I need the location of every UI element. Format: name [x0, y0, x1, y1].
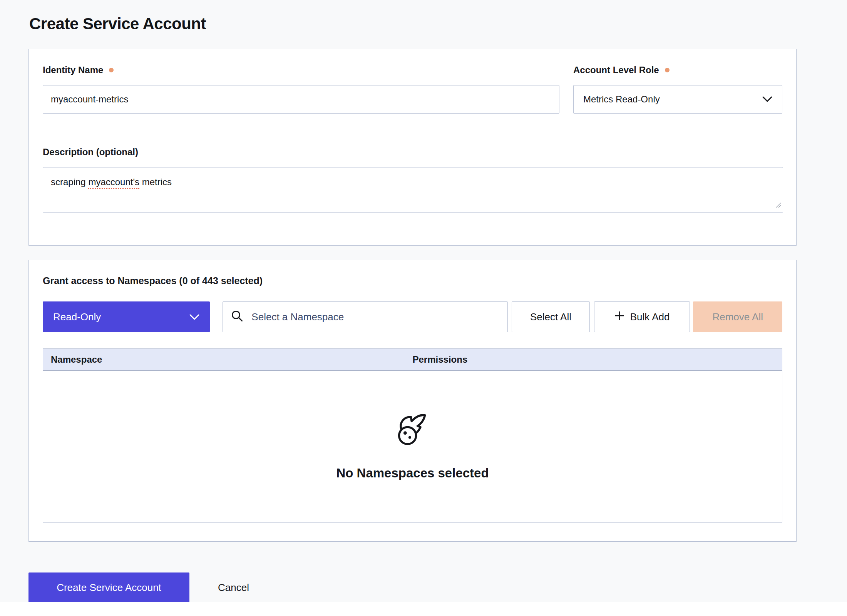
footer-actions: Create Service Account Cancel [28, 572, 847, 603]
description-text: metrics [139, 177, 172, 187]
column-header-namespace: Namespace [43, 354, 413, 365]
resize-handle-icon[interactable] [775, 199, 781, 211]
comet-icon [395, 413, 430, 450]
description-text-misspelled: myaccount's [88, 177, 139, 189]
remove-all-button[interactable]: Remove All [693, 301, 782, 332]
column-header-permissions: Permissions [413, 354, 782, 365]
bottom-strip [0, 602, 847, 616]
namespaces-table-body: No Namespaces selected [43, 371, 782, 523]
identity-name-field-group: Identity Name [43, 65, 559, 114]
description-text: scraping [51, 177, 88, 187]
empty-state-message: No Namespaces selected [336, 466, 489, 480]
identity-name-input[interactable] [43, 85, 559, 114]
select-all-button[interactable]: Select All [512, 301, 590, 332]
account-level-role-label: Account Level Role [573, 65, 782, 75]
identity-name-label: Identity Name [43, 65, 559, 75]
bulk-add-label: Bulk Add [630, 311, 670, 323]
required-dot-icon [109, 68, 114, 72]
account-level-role-value: Metrics Read-Only [583, 94, 660, 105]
remove-all-label: Remove All [712, 311, 763, 323]
description-label: Description (optional) [43, 147, 782, 157]
description-label-text: Description (optional) [43, 147, 138, 157]
permission-role-dropdown[interactable]: Read-Only [43, 301, 210, 332]
chevron-down-icon [189, 311, 199, 323]
namespaces-toolbar: Read-Only Select All Bulk Add Remove All [43, 301, 782, 332]
bulk-add-button[interactable]: Bulk Add [594, 301, 690, 332]
namespaces-table: Namespace Permissions No Namespaces sele… [43, 348, 782, 523]
search-icon [231, 310, 244, 324]
page-title: Create Service Account [29, 15, 847, 33]
namespace-search-box [223, 301, 508, 332]
required-dot-icon [665, 68, 670, 72]
namespaces-heading: Grant access to Namespaces (0 of 443 sel… [43, 275, 782, 286]
account-level-role-select[interactable]: Metrics Read-Only [573, 85, 782, 114]
identity-card: Identity Name Account Level Role Metrics… [28, 49, 797, 246]
cancel-button[interactable]: Cancel [216, 581, 251, 594]
plus-icon [614, 311, 624, 323]
identity-name-label-text: Identity Name [43, 65, 103, 75]
account-level-role-field-group: Account Level Role Metrics Read-Only [573, 65, 782, 114]
permission-role-value: Read-Only [53, 311, 101, 323]
description-textarea[interactable]: scraping myaccount's metrics [43, 167, 783, 213]
chevron-down-icon [762, 94, 772, 105]
namespace-search-input[interactable] [251, 311, 500, 323]
account-level-role-label-text: Account Level Role [573, 65, 659, 75]
create-service-account-button[interactable]: Create Service Account [28, 572, 189, 603]
select-all-label: Select All [530, 311, 571, 323]
description-field-group: Description (optional) scraping myaccoun… [43, 147, 782, 213]
namespaces-table-header: Namespace Permissions [43, 348, 782, 371]
namespaces-card: Grant access to Namespaces (0 of 443 sel… [28, 260, 797, 542]
